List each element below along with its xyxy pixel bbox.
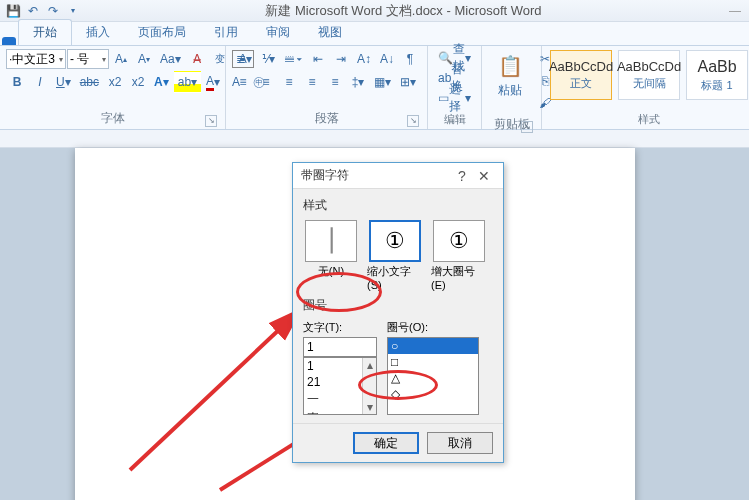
style-nospace[interactable]: AaBbCcDd 无间隔 — [618, 50, 680, 100]
clear-format-icon[interactable]: A̶ — [186, 48, 208, 70]
section-style-label: 样式 — [303, 197, 493, 214]
style-label: 正文 — [570, 76, 592, 91]
redo-icon[interactable]: ↷ — [44, 2, 62, 20]
cancel-button[interactable]: 取消 — [427, 432, 493, 454]
ribbon-tabs: 开始 插入 页面布局 引用 审阅 视图 — [0, 22, 749, 46]
strike-icon[interactable]: abc — [76, 71, 103, 93]
undo-icon[interactable]: ↶ — [24, 2, 42, 20]
list-item[interactable]: ○ — [388, 338, 478, 354]
group-font-label: 字体↘ — [6, 108, 219, 129]
style-option-shrink[interactable]: ① 缩小文字(S) — [367, 220, 423, 291]
ribbon: ·中文正3▾ - 号▾ A▴ A▾ Aa▾ A̶ 变 A B I U▾ abc … — [0, 46, 749, 130]
shading-icon[interactable]: ▦▾ — [370, 71, 395, 93]
align-center-icon[interactable]: ≡ — [255, 71, 277, 93]
clip-launcher-icon[interactable]: ↘ — [521, 121, 533, 133]
option-none-label: 无(N) — [318, 264, 344, 279]
subscript-icon[interactable]: x2 — [104, 71, 126, 93]
change-case-icon[interactable]: Aa▾ — [156, 48, 185, 70]
font-size-combo[interactable]: - 号▾ — [67, 49, 109, 69]
paste-label: 粘贴 — [498, 82, 522, 99]
text-input[interactable] — [303, 337, 377, 357]
style-option-none[interactable]: ⎮ 无(N) — [303, 220, 359, 291]
para-launcher-icon[interactable]: ↘ — [407, 115, 419, 127]
file-tab[interactable] — [2, 37, 16, 45]
section-number-label: 圈号 — [303, 297, 493, 314]
tab-insert[interactable]: 插入 — [72, 20, 124, 45]
option-enlarge-label: 增大圈号(E) — [431, 264, 487, 291]
indent-inc-icon[interactable]: ⇥ — [330, 48, 352, 70]
italic-icon[interactable]: I — [29, 71, 51, 93]
group-para-label: 段落↘ — [232, 108, 421, 129]
group-styles: AaBbCcDd 正文 AaBbCcDd 无间隔 AaBb 标题 1 样式 — [542, 46, 749, 129]
show-marks-icon[interactable]: ¶ — [399, 48, 421, 70]
ring-field-label: 圈号(O): — [387, 320, 479, 335]
dialog-titlebar: 带圈字符 ? ✕ — [293, 163, 503, 189]
font-launcher-icon[interactable]: ↘ — [205, 115, 217, 127]
text-field-label: 文字(T): — [303, 320, 377, 335]
select-button[interactable]: ▭选择▾ — [434, 88, 475, 108]
style-label: 无间隔 — [633, 76, 666, 91]
scrollbar[interactable]: ▴▾ — [362, 358, 376, 414]
text-effect-icon[interactable]: A▾ — [150, 71, 173, 93]
align-right-icon[interactable]: ≡ — [278, 71, 300, 93]
qat-more-icon[interactable]: ▾ — [64, 2, 82, 20]
tab-layout[interactable]: 页面布局 — [124, 20, 200, 45]
style-normal[interactable]: AaBbCcDd 正文 — [550, 50, 612, 100]
font-family-value: ·中文正3 — [9, 51, 55, 68]
tab-home[interactable]: 开始 — [18, 19, 72, 45]
justify-icon[interactable]: ≡ — [301, 71, 323, 93]
option-shrink-label: 缩小文字(S) — [367, 264, 423, 291]
align-left-icon[interactable]: ≡ — [232, 71, 254, 93]
style-preview: AaBb — [697, 58, 736, 76]
save-icon[interactable]: 💾 — [4, 2, 22, 20]
text-list[interactable]: 1 21 一 壹 ▴▾ — [303, 357, 377, 415]
bold-icon[interactable]: B — [6, 71, 28, 93]
tab-references[interactable]: 引用 — [200, 20, 252, 45]
shrink-font-icon[interactable]: A▾ — [133, 48, 155, 70]
indent-dec-icon[interactable]: ⇤ — [307, 48, 329, 70]
group-editing: 🔍查找▾ ab替换 ▭选择▾ 编辑 — [428, 46, 482, 129]
ok-button[interactable]: 确定 — [353, 432, 419, 454]
font-color-icon[interactable]: A▾ — [202, 71, 224, 93]
close-button[interactable]: ✕ — [473, 168, 495, 184]
group-styles-label: 样式 — [548, 110, 749, 129]
group-edit-label: 编辑 — [434, 110, 475, 129]
line-spacing-icon[interactable]: ‡▾ — [347, 71, 369, 93]
font-family-combo[interactable]: ·中文正3▾ — [6, 49, 66, 69]
list-item[interactable]: △ — [388, 370, 478, 386]
dialog-title: 带圈字符 — [301, 167, 349, 184]
numbering-icon[interactable]: ⅟▾ — [257, 48, 279, 70]
group-clip-label: 剪贴板↘ — [488, 114, 535, 135]
title-bar: 💾 ↶ ↷ ▾ 新建 Microsoft Word 文档.docx - Micr… — [0, 0, 749, 22]
style-option-enlarge[interactable]: ① 增大圈号(E) — [431, 220, 487, 291]
paste-button[interactable]: 📋 粘贴 — [488, 48, 532, 101]
group-font: ·中文正3▾ - 号▾ A▴ A▾ Aa▾ A̶ 变 A B I U▾ abc … — [0, 46, 226, 129]
sort-icon[interactable]: A↓ — [376, 48, 398, 70]
text-dir-icon[interactable]: A↕ — [353, 48, 375, 70]
window-title: 新建 Microsoft Word 文档.docx - Microsoft Wo… — [82, 2, 725, 20]
grow-font-icon[interactable]: A▴ — [110, 48, 132, 70]
tab-review[interactable]: 审阅 — [252, 20, 304, 45]
superscript-icon[interactable]: x2 — [127, 71, 149, 93]
underline-icon[interactable]: U▾ — [52, 71, 75, 93]
group-paragraph: ≣▾ ⅟▾ ⩸▾ ⇤ ⇥ A↕ A↓ ¶ ≡ ≡ ≡ ≡ ≡ ‡▾ ▦▾ ⊞▾ … — [226, 46, 428, 129]
style-preview: AaBbCcDd — [549, 59, 613, 74]
enclose-char-dialog: 带圈字符 ? ✕ 样式 ⎮ 无(N) ① 缩小文字(S) ① 增大圈号(E) 圈… — [292, 162, 504, 463]
help-button[interactable]: ? — [451, 168, 473, 184]
list-item[interactable]: ◇ — [388, 386, 478, 402]
font-size-value: - 号 — [70, 51, 89, 68]
style-preview: AaBbCcDd — [617, 59, 681, 74]
style-label: 标题 1 — [701, 78, 732, 93]
ruler — [0, 130, 749, 148]
multilevel-icon[interactable]: ⩸▾ — [280, 48, 306, 70]
list-item[interactable]: □ — [388, 354, 478, 370]
tab-view[interactable]: 视图 — [304, 20, 356, 45]
bullets-icon[interactable]: ≣▾ — [232, 48, 256, 70]
ring-list[interactable]: ○ □ △ ◇ — [387, 337, 479, 415]
minimize-button[interactable]: — — [725, 4, 745, 18]
paste-icon: 📋 — [494, 50, 526, 82]
distribute-icon[interactable]: ≡ — [324, 71, 346, 93]
highlight-icon[interactable]: ab▾ — [174, 71, 201, 93]
style-heading1[interactable]: AaBb 标题 1 — [686, 50, 748, 100]
borders-icon[interactable]: ⊞▾ — [396, 71, 420, 93]
